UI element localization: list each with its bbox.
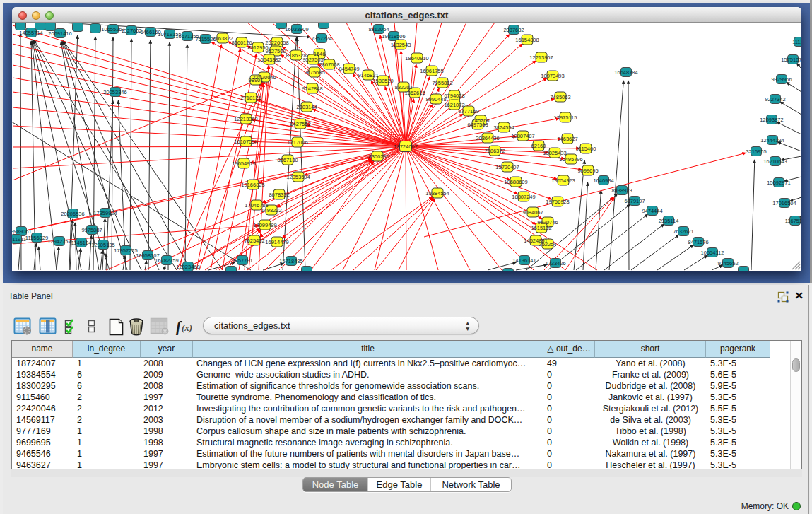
svg-text:8938923: 8938923 [611, 187, 632, 194]
svg-text:20691416: 20691416 [48, 30, 71, 37]
svg-text:15718485: 15718485 [279, 258, 302, 264]
svg-text:62160: 62160 [531, 143, 546, 149]
svg-text:10973493: 10973493 [541, 73, 564, 79]
svg-text:12942757: 12942757 [47, 238, 71, 245]
svg-text:9242848: 9242848 [302, 86, 322, 92]
svg-text:9115460: 9115460 [576, 146, 596, 152]
svg-text:1498222: 1498222 [261, 207, 281, 214]
svg-text:18724007: 18724007 [394, 144, 417, 150]
svg-text:20206536: 20206536 [61, 211, 84, 217]
svg-text:16543382: 16543382 [257, 57, 281, 63]
svg-text:7163822: 7163822 [212, 35, 233, 42]
svg-text:9699695: 9699695 [577, 168, 598, 174]
svg-text:2718126: 2718126 [240, 95, 261, 101]
svg-text:98901: 98901 [249, 77, 264, 83]
svg-text:12213369: 12213369 [234, 116, 257, 122]
svg-text:9857791: 9857791 [232, 257, 252, 264]
svg-text:9975887: 9975887 [81, 227, 102, 233]
svg-text:1640934: 1640934 [593, 177, 613, 184]
svg-text:1362615: 1362615 [404, 90, 425, 96]
svg-text:18807249: 18807249 [512, 194, 535, 200]
svg-text:7357224: 7357224 [311, 35, 331, 42]
svg-text:2867608: 2867608 [319, 62, 339, 68]
svg-text:25226058: 25226058 [265, 40, 288, 46]
svg-text:12353594: 12353594 [286, 174, 310, 180]
svg-text:1733426: 1733426 [545, 260, 565, 267]
svg-text:9463627: 9463627 [557, 136, 577, 142]
svg-text:16495796: 16495796 [559, 156, 582, 163]
svg-text:8678352: 8678352 [269, 192, 289, 198]
svg-text:9474444: 9474444 [642, 208, 662, 214]
svg-text:9527500: 9527500 [265, 48, 286, 54]
svg-text:19218506: 19218506 [382, 33, 405, 40]
svg-text:7485063: 7485063 [550, 94, 570, 100]
svg-text:252254: 252254 [539, 241, 556, 247]
svg-text:9245652: 9245652 [717, 260, 738, 267]
svg-text:12444194: 12444194 [760, 137, 784, 144]
svg-text:1145194: 1145194 [71, 240, 92, 246]
svg-text:10654112: 10654112 [701, 250, 724, 256]
svg-text:11123: 11123 [792, 39, 801, 45]
svg-text:9227342: 9227342 [765, 96, 785, 103]
svg-text:16782759: 16782759 [155, 257, 178, 264]
svg-text:9989061: 9989061 [12, 228, 32, 235]
svg-text:1588520: 1588520 [372, 78, 393, 84]
svg-text:20053346: 20053346 [103, 89, 126, 95]
svg-text:12923468: 12923468 [176, 264, 199, 270]
svg-text:20364436: 20364436 [476, 135, 499, 141]
svg-text:10807487: 10807487 [511, 133, 534, 139]
svg-text:12213967: 12213967 [529, 54, 553, 61]
svg-text:16914479: 16914479 [265, 239, 288, 245]
svg-text:1615132: 1615132 [531, 225, 551, 231]
svg-text:8454749: 8454749 [339, 66, 359, 72]
svg-text:8427552: 8427552 [290, 121, 310, 127]
svg-text:14055714: 14055714 [19, 30, 42, 36]
svg-text:17016504: 17016504 [772, 200, 796, 206]
svg-text:7386372: 7386372 [484, 148, 505, 154]
svg-text:16210643: 16210643 [763, 158, 787, 165]
svg-text:9084067: 9084067 [522, 209, 543, 216]
svg-text:14136141: 14136141 [512, 257, 536, 264]
svg-text:11156829: 11156829 [25, 235, 48, 241]
svg-text:(x): (x) [182, 322, 192, 333]
svg-text:1717006: 1717006 [287, 139, 307, 146]
svg-text:3824554: 3824554 [493, 124, 514, 131]
svg-text:10688609: 10688609 [504, 179, 527, 185]
svg-text:17975115: 17975115 [554, 115, 577, 121]
svg-text:19166825: 19166825 [241, 182, 264, 188]
svg-text:9329966: 9329966 [771, 76, 792, 83]
svg-text:15751074: 15751074 [781, 57, 801, 63]
svg-text:16107554: 16107554 [234, 139, 257, 145]
svg-text:8471676: 8471676 [688, 239, 708, 245]
svg-text:7625402: 7625402 [244, 238, 264, 244]
svg-text:8990448: 8990448 [425, 96, 446, 103]
svg-text:14099489: 14099489 [253, 222, 276, 228]
svg-text:12905135: 12905135 [91, 242, 114, 248]
svg-text:8813054: 8813054 [368, 26, 389, 33]
svg-text:16154808: 16154808 [515, 37, 539, 43]
svg-text:19654913: 19654913 [232, 160, 255, 167]
svg-text:7632621: 7632621 [673, 228, 693, 235]
svg-text:19384554: 19384554 [425, 190, 449, 197]
svg-text:16961755: 16961755 [420, 68, 443, 74]
svg-text:9777169: 9777169 [458, 108, 478, 115]
svg-text:2803144: 2803144 [296, 104, 317, 110]
svg-text:3215955: 3215955 [746, 148, 766, 155]
svg-text:10025433: 10025433 [543, 150, 566, 156]
svg-text:16648784: 16648784 [614, 69, 637, 76]
svg-text:3675685: 3675685 [304, 69, 324, 76]
svg-text:7955812: 7955812 [432, 80, 452, 86]
svg-text:2935114: 2935114 [659, 218, 679, 224]
svg-text:1132543: 1132543 [391, 42, 411, 48]
svg-text:17359924: 17359924 [93, 210, 117, 216]
svg-text:1167533: 1167533 [785, 218, 801, 224]
svg-text:1621072: 1621072 [444, 102, 464, 108]
svg-text:2087682: 2087682 [503, 27, 524, 33]
svg-text:6879197: 6879197 [624, 198, 645, 204]
svg-text:19654923: 19654923 [551, 177, 575, 184]
svg-text:6794028: 6794028 [444, 93, 464, 99]
svg-text:18640910: 18640910 [405, 55, 428, 62]
svg-text:18300295: 18300295 [365, 153, 389, 160]
svg-text:15692971: 15692971 [767, 180, 790, 186]
svg-text:6497568: 6497568 [467, 122, 488, 128]
